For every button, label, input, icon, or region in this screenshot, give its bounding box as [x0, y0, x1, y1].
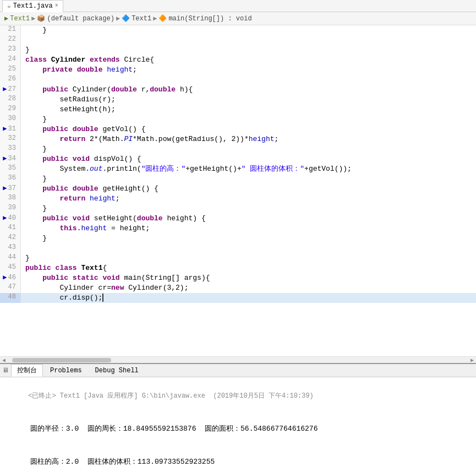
- table-row: 45 public class Text1{: [0, 263, 476, 273]
- table-row: 32 return 2*(Math.PI*Math.pow(getRadius(…: [0, 134, 476, 144]
- line-number: 24: [0, 55, 21, 65]
- line-number: 30: [0, 115, 21, 124]
- line-content[interactable]: }: [21, 253, 476, 263]
- line-content[interactable]: setRadius(r);: [21, 95, 476, 105]
- line-number: 44: [0, 253, 21, 263]
- table-row: 33 }: [0, 144, 476, 154]
- java-file-icon: ☕: [7, 2, 11, 9]
- table-row: 47 Cylinder cr=new Cylinder(3,2);: [0, 283, 476, 293]
- scrollbar-thumb[interactable]: [12, 358, 111, 362]
- bc-sep3: ▶: [153, 14, 157, 23]
- line-number: 43: [0, 243, 21, 253]
- scroll-right-button[interactable]: ▶: [469, 357, 475, 364]
- scroll-left-button[interactable]: ◀: [1, 357, 7, 364]
- line-number: 29: [0, 105, 21, 115]
- table-row: 42 }: [0, 234, 476, 243]
- line-number: 48: [0, 293, 21, 303]
- line-number: 31: [0, 124, 21, 134]
- tab-close-button[interactable]: ×: [55, 3, 58, 9]
- line-content[interactable]: public class Text1{: [21, 263, 476, 273]
- table-row: 34 public void dispVol() {: [0, 154, 476, 164]
- line-number: 36: [0, 174, 21, 184]
- line-content[interactable]: public Cylinder(double r,double h){: [21, 85, 476, 95]
- bc-method[interactable]: main(String[]) : void: [168, 15, 251, 23]
- line-number: 39: [0, 204, 21, 214]
- line-number: 34: [0, 154, 21, 164]
- line-content[interactable]: public double getVol() {: [21, 124, 476, 134]
- line-content[interactable]: public double getHeight() {: [21, 184, 476, 194]
- table-row: 29 setHeight(h);: [0, 105, 476, 115]
- tab-bar: ☕ Text1.java ×: [0, 0, 476, 12]
- line-number: 22: [0, 35, 21, 45]
- line-content[interactable]: }: [21, 204, 476, 214]
- bc-class-icon: 🔷: [122, 14, 130, 23]
- table-row: 40 public void setHeight(double height) …: [0, 214, 476, 224]
- console-output: <已终止> Text1 [Java 应用程序] G:\bin\javaw.exe…: [0, 377, 476, 472]
- tab-console[interactable]: 控制台: [11, 364, 43, 377]
- line-number: 40: [0, 214, 21, 224]
- tab-debug-shell[interactable]: Debug Shell: [89, 365, 145, 376]
- table-row: 46 public static void main(String[] args…: [0, 273, 476, 283]
- console-terminated-line: <已终止> Text1 [Java 应用程序] G:\bin\javaw.exe…: [4, 379, 472, 413]
- bc-project-icon: ▶: [4, 14, 8, 23]
- console-tab-label: 控制台: [17, 367, 37, 375]
- line-content[interactable]: }: [21, 25, 476, 35]
- bc-class[interactable]: Text1: [132, 15, 151, 23]
- line-content[interactable]: [21, 35, 476, 45]
- table-row: 48 cr.disp();: [0, 293, 476, 303]
- table-row: 35 System.out.println("圆柱的高："+getHeight(…: [0, 164, 476, 174]
- line-content[interactable]: public static void main(String[] args){: [21, 273, 476, 283]
- table-row: 28 setRadius(r);: [0, 95, 476, 105]
- tab-problems[interactable]: Problems: [44, 365, 88, 376]
- line-number: 38: [0, 194, 21, 204]
- line-content[interactable]: }: [21, 115, 476, 124]
- terminated-text: <已终止> Text1 [Java 应用程序] G:\bin\javaw.exe…: [28, 392, 313, 400]
- bc-package-icon: 📦: [37, 14, 45, 23]
- tab-text1-java[interactable]: ☕ Text1.java ×: [2, 0, 63, 12]
- line-content[interactable]: public void setHeight(double height) {: [21, 214, 476, 224]
- table-row: 44 }: [0, 253, 476, 263]
- line-number: 47: [0, 283, 21, 293]
- line-content[interactable]: }: [21, 144, 476, 154]
- table-row: 31 public double getVol() {: [0, 124, 476, 134]
- line-content[interactable]: private double height;: [21, 65, 476, 75]
- line-content[interactable]: class Cylinder extends Circle{: [21, 55, 476, 65]
- line-content[interactable]: }: [21, 234, 476, 243]
- bc-sep1: ▶: [31, 14, 35, 23]
- line-content[interactable]: return 2*(Math.PI*Math.pow(getRadius(), …: [21, 134, 476, 144]
- line-number: 32: [0, 134, 21, 144]
- line-content[interactable]: }: [21, 174, 476, 184]
- line-number: 33: [0, 144, 21, 154]
- line-number: 37: [0, 184, 21, 194]
- output-text-2: 圆柱的高：2.0 圆柱体的体积：113.09733552923255: [30, 458, 215, 466]
- line-content[interactable]: public void dispVol() {: [21, 154, 476, 164]
- table-row: 23 }: [0, 45, 476, 55]
- table-row: 43: [0, 243, 476, 253]
- table-row: 24 class Cylinder extends Circle{: [0, 55, 476, 65]
- line-number: 21: [0, 25, 21, 35]
- table-row: 22: [0, 35, 476, 45]
- console-output-line-1: 圆的半径：3.0 圆的周长：18.84955592153876 圆的面积：56.…: [4, 413, 472, 446]
- problems-tab-label: Problems: [50, 367, 82, 375]
- line-content[interactable]: setHeight(h);: [21, 105, 476, 115]
- bc-package[interactable]: (default package): [47, 15, 114, 23]
- bc-sep2: ▶: [116, 14, 120, 23]
- line-content[interactable]: this.height = height;: [21, 224, 476, 234]
- bc-method-icon: 🔶: [158, 14, 167, 23]
- line-content[interactable]: cr.disp();: [21, 293, 476, 303]
- bc-project[interactable]: Text1: [10, 15, 30, 23]
- line-content[interactable]: return height;: [21, 194, 476, 204]
- table-row: 30 }: [0, 115, 476, 124]
- line-content[interactable]: [21, 75, 476, 85]
- line-content[interactable]: System.out.println("圆柱的高："+getHeight()+"…: [21, 164, 476, 174]
- table-row: 21 }: [0, 25, 476, 35]
- line-content[interactable]: }: [21, 45, 476, 55]
- horizontal-scrollbar[interactable]: ◀ ▶: [0, 356, 476, 363]
- console-output-line-2: 圆柱的高：2.0 圆柱体的体积：113.09733552923255: [4, 446, 472, 472]
- line-content[interactable]: Cylinder cr=new Cylinder(3,2);: [21, 283, 476, 293]
- code-editor[interactable]: 21 } 22 23 } 24 class Cylinder extends C…: [0, 25, 476, 356]
- line-number: 25: [0, 65, 21, 75]
- line-content[interactable]: [21, 243, 476, 253]
- bottom-tab-bar: 🖥 控制台 Problems Debug Shell: [0, 364, 476, 377]
- table-row: 36 }: [0, 174, 476, 184]
